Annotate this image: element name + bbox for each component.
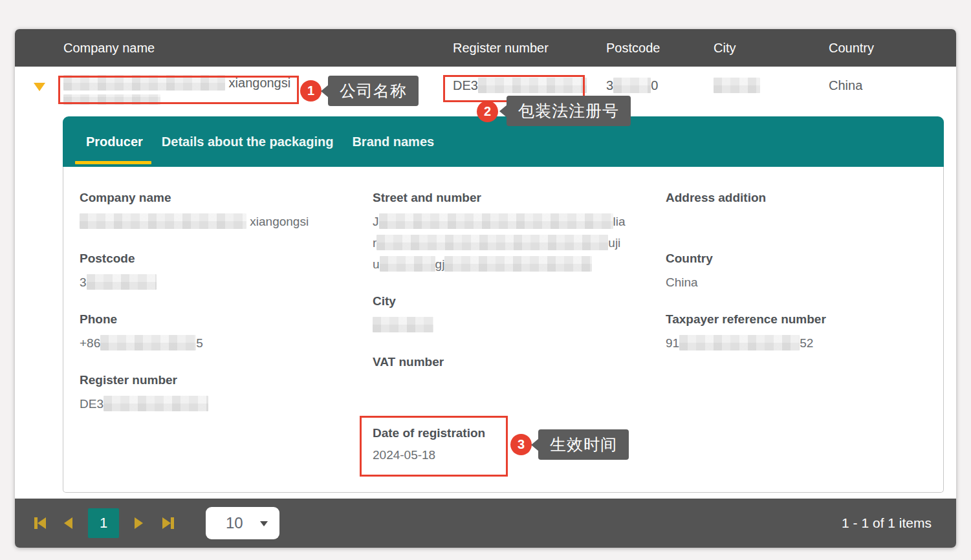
field-value: xiangongsi <box>80 211 358 232</box>
last-page-icon <box>162 517 171 529</box>
redacted-text <box>80 213 246 229</box>
field-label: Street and number <box>373 191 657 205</box>
redacted-text <box>444 256 592 272</box>
field-label: Postcode <box>80 252 358 266</box>
field-country: Country China <box>666 252 937 293</box>
annotation-tooltip-date: 生效时间 <box>538 429 629 460</box>
street-line2-suffix: uji <box>608 236 620 250</box>
grid-header-row: Company name Register number Postcode Ci… <box>15 29 956 67</box>
row-expander[interactable] <box>15 67 63 91</box>
column-header-city: City <box>714 41 829 56</box>
pagination-info: 1 - 1 of 1 items <box>842 499 932 548</box>
tab-producer[interactable]: Producer <box>86 135 143 149</box>
field-label: VAT number <box>373 355 657 369</box>
annotation-tooltip-company-name: 公司名称 <box>328 76 419 106</box>
first-page-button[interactable] <box>34 517 46 529</box>
street-line3-mid: gj <box>435 257 445 271</box>
street-line1-suffix: lia <box>613 215 626 228</box>
field-street-and-number: Street and number Jlia ruji ugj <box>373 191 657 275</box>
postcode-prefix: 3 <box>80 275 87 289</box>
page-size-select[interactable]: 10 <box>206 507 279 539</box>
page-number-button[interactable]: 1 <box>88 508 119 538</box>
field-taxpayer-reference-number: Taxpayer reference number 9152 <box>666 312 937 354</box>
field-value: DE3 <box>80 393 358 415</box>
column-header-country: Country <box>829 41 956 56</box>
chevron-down-icon <box>260 521 268 526</box>
field-value-empty <box>666 211 937 232</box>
redacted-text <box>104 396 208 411</box>
previous-page-icon <box>64 517 72 529</box>
redacted-text <box>380 256 435 272</box>
annotation-badge-2: 2 <box>477 101 498 122</box>
redacted-text <box>376 235 608 250</box>
field-register-number: Register number DE3 <box>80 373 358 415</box>
collapse-triangle-icon[interactable] <box>34 83 45 91</box>
redacted-text <box>63 75 225 91</box>
taxpayer-prefix: 91 <box>666 336 679 350</box>
row-country-cell: China <box>829 67 956 93</box>
redacted-text <box>87 274 157 290</box>
row-register-prefix: DE3 <box>453 78 478 92</box>
redacted-text <box>63 94 160 105</box>
field-label: Taxpayer reference number <box>666 312 937 327</box>
annotation-badge-1: 1 <box>300 80 322 102</box>
phone-prefix: +86 <box>80 336 100 350</box>
tab-brand-names[interactable]: Brand names <box>352 135 434 149</box>
country-value: China <box>666 272 937 293</box>
field-company-name: Company name xiangongsi <box>80 191 358 232</box>
detail-column-left: Company name xiangongsi Postcode 3 Phone <box>80 191 358 434</box>
field-value: 9152 <box>666 332 937 354</box>
field-value: Jlia ruji ugj <box>373 211 657 275</box>
field-value: +865 <box>80 332 358 354</box>
row-city-cell <box>714 67 829 94</box>
detail-panel: Producer Details about the packaging Bra… <box>63 116 944 493</box>
column-header-company-name: Company name <box>63 41 453 56</box>
street-line3-prefix: u <box>373 257 380 271</box>
register-prefix: DE3 <box>80 397 104 411</box>
pagination-controls: 1 <box>34 499 174 548</box>
annotation-badge-3: 3 <box>510 434 532 455</box>
column-header-postcode: Postcode <box>606 41 714 56</box>
producer-tab-content: Company name xiangongsi Postcode 3 Phone <box>63 167 944 493</box>
page-size-value: 10 <box>226 514 243 532</box>
redacted-text <box>373 317 433 332</box>
redacted-text <box>679 335 800 350</box>
redacted-text <box>478 78 587 93</box>
row-postcode-cell: 30 <box>606 67 714 94</box>
first-page-icon <box>38 517 46 529</box>
field-address-addition: Address addition <box>666 191 937 232</box>
field-value <box>373 314 657 336</box>
redacted-text <box>714 78 760 93</box>
previous-page-button[interactable] <box>64 517 72 529</box>
field-label: Address addition <box>666 191 937 205</box>
field-label: City <box>373 294 657 308</box>
field-label: Date of registration <box>373 426 496 440</box>
phone-suffix: 5 <box>196 336 203 350</box>
field-vat-number: VAT number <box>373 355 657 396</box>
row-postcode-prefix: 3 <box>606 78 613 92</box>
annotation-tooltip-register-number: 包装法注册号 <box>507 96 631 126</box>
date-of-registration-value: 2024-05-18 <box>373 444 496 466</box>
next-page-icon <box>135 517 143 529</box>
column-header-register-number: Register number <box>453 41 606 56</box>
field-phone: Phone +865 <box>80 312 358 354</box>
tab-details-about-packaging[interactable]: Details about the packaging <box>162 135 334 149</box>
field-label: Register number <box>80 373 358 387</box>
redacted-text <box>613 78 651 93</box>
company-name-visible: xiangongsi <box>250 215 309 228</box>
row-register-number-cell: DE3 <box>453 67 606 94</box>
field-label: Country <box>666 252 937 266</box>
field-value: 3 <box>80 272 358 293</box>
last-page-button[interactable] <box>162 517 174 529</box>
field-city: City <box>373 294 657 336</box>
row-company-name-visible: xiangongsi <box>229 76 291 90</box>
taxpayer-suffix: 52 <box>800 336 813 350</box>
redacted-text <box>379 213 613 229</box>
field-label: Company name <box>80 191 358 205</box>
detail-tabbar: Producer Details about the packaging Bra… <box>63 116 944 167</box>
street-line1-prefix: J <box>373 215 379 228</box>
next-page-button[interactable] <box>135 517 143 529</box>
row-postcode-suffix: 0 <box>651 78 658 92</box>
date-of-registration-highlight-box: Date of registration 2024-05-18 <box>360 416 508 477</box>
field-postcode: Postcode 3 <box>80 252 358 293</box>
